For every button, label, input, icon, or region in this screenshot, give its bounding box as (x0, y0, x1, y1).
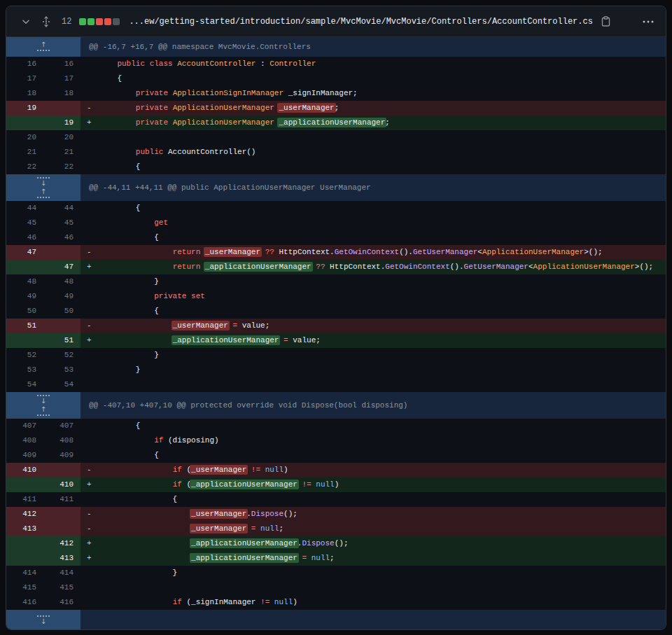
new-line-number[interactable]: 415 (43, 580, 80, 595)
code-line: { (99, 304, 666, 319)
old-line-number[interactable]: 416 (6, 595, 43, 610)
arrow-down-icon: ↓ (41, 398, 46, 405)
diff-marker: + (80, 116, 99, 130)
diff-row: 4949 private set (6, 289, 666, 304)
old-line-number[interactable]: 51 (6, 319, 43, 333)
new-line-number[interactable]: 409 (43, 448, 80, 463)
new-line-number[interactable] (43, 463, 80, 477)
new-line-number[interactable]: 54 (43, 377, 80, 392)
new-line-number[interactable]: 20 (43, 130, 80, 145)
new-line-number[interactable]: 44 (43, 201, 80, 216)
expand-down-button[interactable]: ↓ (6, 610, 80, 629)
new-line-number[interactable]: 46 (43, 230, 80, 245)
old-line-number[interactable]: 408 (6, 433, 43, 448)
code-line: { (99, 448, 666, 463)
old-line-number[interactable]: 409 (6, 448, 43, 463)
code-line: if (_userManager != null) (99, 463, 666, 477)
file-options-kebab-icon[interactable] (640, 15, 656, 29)
expand-both-button[interactable]: ↓↑ (6, 392, 80, 419)
old-line-number[interactable]: 54 (6, 377, 43, 392)
new-line-number[interactable]: 408 (43, 433, 80, 448)
new-line-number[interactable]: 416 (43, 595, 80, 610)
old-line-number[interactable]: 20 (6, 130, 43, 145)
expand-both-button[interactable]: ↓↑ (6, 174, 80, 201)
new-line-number[interactable] (43, 522, 80, 536)
new-line-number[interactable]: 51 (43, 333, 80, 348)
old-line-number[interactable]: 17 (6, 71, 43, 86)
file-collapse-chevron-icon[interactable] (19, 15, 33, 29)
new-line-number[interactable]: 410 (43, 477, 80, 492)
new-line-number[interactable]: 48 (43, 274, 80, 289)
code-line: { (99, 230, 666, 245)
diff-row: 47+ return _applicationUserManager ?? Ht… (6, 260, 666, 274)
new-line-number[interactable] (43, 507, 80, 522)
old-line-number[interactable]: 412 (6, 507, 43, 522)
diff-marker (80, 448, 99, 463)
old-line-number[interactable] (6, 536, 43, 551)
old-line-number[interactable]: 415 (6, 580, 43, 595)
old-line-number[interactable]: 411 (6, 492, 43, 507)
new-line-number[interactable]: 413 (43, 551, 80, 566)
old-line-number[interactable]: 53 (6, 363, 43, 377)
old-line-number[interactable]: 413 (6, 522, 43, 536)
old-line-number[interactable]: 21 (6, 145, 43, 160)
old-line-number[interactable] (6, 260, 43, 274)
diff-marker (80, 289, 99, 304)
new-line-number[interactable]: 50 (43, 304, 80, 319)
new-line-number[interactable]: 45 (43, 216, 80, 230)
new-line-number[interactable]: 19 (43, 116, 80, 130)
new-line-number[interactable] (43, 319, 80, 333)
old-line-number[interactable]: 49 (6, 289, 43, 304)
diff-row: 19+ private ApplicationUserManager _appl… (6, 116, 666, 130)
old-line-number[interactable]: 22 (6, 160, 43, 174)
diff-row: 411411 { (6, 492, 666, 507)
old-line-number[interactable]: 18 (6, 86, 43, 101)
old-line-number[interactable]: 50 (6, 304, 43, 319)
old-line-number[interactable]: 414 (6, 566, 43, 580)
old-line-number[interactable] (6, 116, 43, 130)
diff-row: 410- if (_userManager != null) (6, 463, 666, 477)
old-line-number[interactable] (6, 333, 43, 348)
expand-up-button[interactable]: ↑ (6, 37, 80, 57)
new-line-number[interactable]: 411 (43, 492, 80, 507)
deleted-word-highlight: _userManager (204, 247, 262, 257)
new-line-number[interactable]: 16 (43, 57, 80, 71)
old-line-number[interactable]: 410 (6, 463, 43, 477)
old-line-number[interactable]: 45 (6, 216, 43, 230)
new-line-number[interactable]: 412 (43, 536, 80, 551)
new-line-number[interactable]: 47 (43, 260, 80, 274)
new-line-number[interactable]: 53 (43, 363, 80, 377)
new-line-number[interactable]: 414 (43, 566, 80, 580)
old-line-number[interactable]: 16 (6, 57, 43, 71)
old-line-number[interactable]: 46 (6, 230, 43, 245)
hunk-header-row: ↓↑@@ -407,10 +407,10 @@ protected overri… (6, 392, 666, 419)
diff-marker: - (80, 245, 99, 260)
old-line-number[interactable]: 52 (6, 348, 43, 363)
old-line-number[interactable]: 407 (6, 419, 43, 433)
new-line-number[interactable]: 17 (43, 71, 80, 86)
old-line-number[interactable]: 48 (6, 274, 43, 289)
diff-marker (80, 216, 99, 230)
diff-row: 409409 { (6, 448, 666, 463)
new-line-number[interactable]: 49 (43, 289, 80, 304)
new-line-number[interactable]: 21 (43, 145, 80, 160)
old-line-number[interactable]: 19 (6, 101, 43, 116)
old-line-number[interactable] (6, 551, 43, 566)
new-line-number[interactable]: 407 (43, 419, 80, 433)
added-word-highlight: _applicationUserManager (172, 335, 281, 345)
new-line-number[interactable] (43, 101, 80, 116)
added-word-highlight: _applicationUserManager (204, 262, 313, 272)
diff-row: 51+ _applicationUserManager = value; (6, 333, 666, 348)
old-line-number[interactable]: 44 (6, 201, 43, 216)
old-line-number[interactable] (6, 477, 43, 492)
old-line-number[interactable]: 47 (6, 245, 43, 260)
new-line-number[interactable]: 18 (43, 86, 80, 101)
code-line: private ApplicationSignInManager _signIn… (99, 86, 666, 101)
file-path-link[interactable]: ...ew/getting-started/introduction/sampl… (129, 17, 593, 27)
new-line-number[interactable] (43, 245, 80, 260)
new-line-number[interactable]: 22 (43, 160, 80, 174)
diff-row: 1616 public class AccountController : Co… (6, 57, 666, 71)
copy-path-icon[interactable] (599, 15, 612, 29)
drag-handle-icon[interactable] (39, 14, 53, 29)
new-line-number[interactable]: 52 (43, 348, 80, 363)
